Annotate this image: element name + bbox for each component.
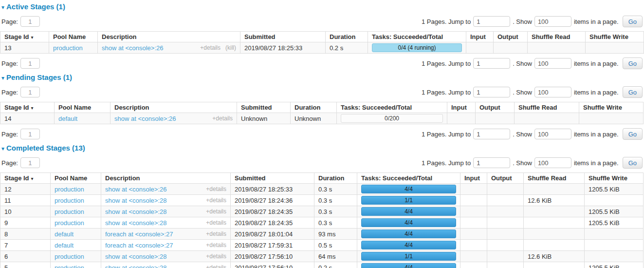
column-header-shuffle_read[interactable]: Shuffle Read bbox=[524, 173, 585, 184]
show-count-input[interactable] bbox=[534, 58, 571, 69]
column-header-pool[interactable]: Pool Name bbox=[51, 173, 101, 184]
section-header-pending[interactable]: ▾Pending Stages (1) bbox=[1, 73, 644, 82]
go-button[interactable]: Go bbox=[623, 86, 643, 98]
pool-name-link[interactable]: production bbox=[55, 219, 84, 227]
column-header-description[interactable]: Description bbox=[101, 173, 231, 184]
column-header-output[interactable]: Output bbox=[476, 102, 515, 113]
section-header-active[interactable]: ▾Active Stages (1) bbox=[1, 2, 644, 12]
details-toggle-link[interactable]: +details bbox=[206, 219, 226, 226]
details-toggle-link[interactable]: +details bbox=[206, 208, 226, 215]
column-header-input[interactable]: Input bbox=[447, 102, 476, 113]
jump-to-input[interactable] bbox=[473, 157, 510, 168]
stage-row: 13productionshow at <console>:26+details… bbox=[0, 42, 644, 54]
column-header-submitted[interactable]: Submitted bbox=[237, 102, 291, 113]
details-toggle-link[interactable]: +details bbox=[206, 186, 226, 192]
column-header-shuffle_read[interactable]: Shuffle Read bbox=[528, 32, 586, 42]
go-button[interactable]: Go bbox=[623, 128, 643, 140]
pool-name-link[interactable]: production bbox=[55, 186, 84, 193]
pool-name-link[interactable]: production bbox=[55, 208, 84, 215]
column-header-stage_id[interactable]: Stage Id▾ bbox=[0, 32, 49, 42]
cell-input bbox=[460, 240, 487, 251]
details-toggle-link[interactable]: +details bbox=[206, 253, 226, 260]
pool-name-link[interactable]: production bbox=[55, 197, 84, 204]
description-link[interactable]: show at <console>:28 bbox=[105, 208, 166, 215]
column-header-duration[interactable]: Duration bbox=[326, 32, 368, 42]
pool-name-link[interactable]: production bbox=[53, 44, 83, 52]
column-header-output[interactable]: Output bbox=[494, 32, 528, 42]
column-header-output[interactable]: Output bbox=[487, 173, 524, 184]
column-header-tasks[interactable]: Tasks: Succeeded/Total bbox=[368, 32, 466, 42]
cell-duration: 0.2 s bbox=[326, 42, 368, 54]
show-label: . Show bbox=[513, 89, 532, 96]
column-header-tasks[interactable]: Tasks: Succeeded/Total bbox=[357, 173, 460, 184]
column-header-shuffle_write[interactable]: Shuffle Write bbox=[586, 32, 644, 42]
pool-name-link[interactable]: production bbox=[55, 264, 84, 268]
column-header-description[interactable]: Description bbox=[98, 32, 240, 42]
description-link[interactable]: show at <console>:26 bbox=[102, 44, 163, 52]
pool-name-link[interactable]: production bbox=[55, 253, 84, 260]
column-header-pool[interactable]: Pool Name bbox=[55, 102, 110, 113]
details-toggle-link[interactable]: +details bbox=[200, 44, 221, 51]
kill-link[interactable]: (kill) bbox=[225, 44, 236, 51]
show-count-input[interactable] bbox=[534, 129, 571, 139]
jump-to-input[interactable] bbox=[473, 16, 510, 27]
cell-submitted: 2019/08/27 17:56:10 bbox=[231, 262, 314, 268]
items-per-page-label: items in a page. bbox=[574, 131, 619, 138]
column-header-input[interactable]: Input bbox=[466, 32, 494, 42]
show-count-input[interactable] bbox=[534, 16, 571, 27]
column-header-shuffle_write[interactable]: Shuffle Write bbox=[579, 102, 644, 113]
details-toggle-link[interactable]: +details bbox=[206, 242, 226, 249]
cell-tasks: 4/4 bbox=[357, 206, 460, 217]
column-header-pool[interactable]: Pool Name bbox=[49, 32, 98, 42]
description-cell: show at <console>:26+details bbox=[114, 115, 233, 122]
section-header-completed[interactable]: ▾Completed Stages (13) bbox=[1, 144, 644, 153]
page-input[interactable] bbox=[20, 157, 40, 168]
go-button[interactable]: Go bbox=[623, 157, 643, 169]
jump-to-input[interactable] bbox=[473, 58, 510, 69]
description-link[interactable]: show at <console>:28 bbox=[105, 253, 166, 260]
cell-stage_id: 8 bbox=[0, 229, 51, 240]
column-header-tasks[interactable]: Tasks: Succeeded/Total bbox=[337, 102, 447, 113]
details-toggle-link[interactable]: +details bbox=[206, 264, 226, 268]
details-toggle-link[interactable]: +details bbox=[212, 115, 233, 122]
description-cell: show at <console>:26+details(kill) bbox=[102, 44, 236, 52]
cell-tasks: 1/1 bbox=[357, 195, 460, 206]
jump-to-input[interactable] bbox=[473, 87, 510, 97]
column-header-duration[interactable]: Duration bbox=[291, 102, 337, 113]
description-link[interactable]: show at <console>:26 bbox=[114, 115, 176, 122]
column-header-submitted[interactable]: Submitted bbox=[231, 173, 314, 184]
description-link[interactable]: foreach at <console>:27 bbox=[105, 242, 173, 249]
details-toggle-link[interactable]: +details bbox=[206, 197, 226, 204]
jump-to-input[interactable] bbox=[473, 129, 510, 139]
go-button[interactable]: Go bbox=[623, 16, 643, 27]
column-header-shuffle_read[interactable]: Shuffle Read bbox=[515, 102, 579, 113]
page-label: Page: bbox=[1, 89, 18, 96]
page-input[interactable] bbox=[20, 129, 40, 139]
pool-name-link[interactable]: default bbox=[55, 242, 74, 249]
column-header-description[interactable]: Description bbox=[110, 102, 237, 113]
details-toggle-link[interactable]: +details bbox=[206, 230, 226, 237]
items-per-page-label: items in a page. bbox=[574, 18, 619, 25]
description-link[interactable]: show at <console>:28 bbox=[105, 197, 166, 204]
pool-name-link[interactable]: default bbox=[58, 115, 77, 122]
description-link[interactable]: show at <console>:26 bbox=[105, 186, 166, 193]
description-link[interactable]: foreach at <console>:27 bbox=[105, 230, 173, 238]
show-count-input[interactable] bbox=[534, 157, 571, 168]
column-header-submitted[interactable]: Submitted bbox=[240, 32, 326, 42]
description-link[interactable]: show at <console>:28 bbox=[105, 264, 166, 268]
pool-name-link[interactable]: default bbox=[55, 230, 74, 238]
page-input[interactable] bbox=[20, 16, 40, 27]
column-header-shuffle_write[interactable]: Shuffle Write bbox=[585, 173, 644, 184]
column-header-stage_id[interactable]: Stage Id▾ bbox=[0, 173, 51, 184]
page-input[interactable] bbox=[20, 87, 40, 97]
go-button[interactable]: Go bbox=[623, 57, 643, 69]
column-header-stage_id[interactable]: Stage Id▾ bbox=[0, 102, 55, 113]
column-header-duration[interactable]: Duration bbox=[314, 173, 357, 184]
show-count-input[interactable] bbox=[534, 87, 571, 97]
section-title: Active Stages (1) bbox=[6, 2, 65, 11]
description-link[interactable]: show at <console>:28 bbox=[105, 219, 166, 227]
page-label: Page: bbox=[1, 18, 18, 25]
stages-table-active: Stage Id▾Pool NameDescriptionSubmittedDu… bbox=[0, 31, 644, 54]
column-header-input[interactable]: Input bbox=[460, 173, 487, 184]
page-input[interactable] bbox=[20, 58, 40, 69]
